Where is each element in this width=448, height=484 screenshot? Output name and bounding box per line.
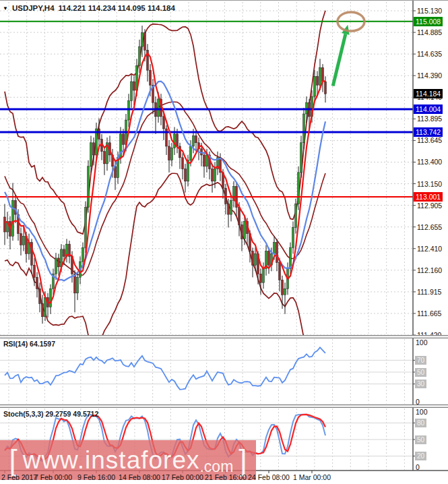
price-axis-label: 113.645 (417, 136, 442, 144)
price-axis-label: 113.400 (417, 158, 442, 166)
ohlc-values-label: 114.221 114.234 114.095 114.184 (59, 4, 175, 12)
watermark-bracket-right: ] (238, 447, 247, 474)
watermark-bracket-left: [ (9, 447, 17, 474)
current-price-badge: 114.184 (414, 89, 443, 98)
stoch-level-badge: 20 (415, 452, 426, 460)
time-axis-label: 24 Feb 08:00 (248, 473, 290, 481)
stoch-level-badge: 80 (415, 419, 426, 427)
price-axis-label: 115.130 (417, 7, 442, 15)
price-axis-label: 114.635 (417, 50, 442, 58)
price-axis-label: 112.160 (417, 266, 442, 274)
stoch-level-badge: 50 (415, 435, 426, 444)
chevron-down-icon[interactable]: ▼ (3, 5, 8, 11)
time-axis-label: 9 Feb 16:00 (77, 473, 115, 481)
rsi-indicator-label: RSI(14) 64.1597 (3, 340, 55, 348)
symbol-timeframe-label: USDJPY,H4 (12, 4, 55, 12)
rsi-level-badge: 70 (415, 356, 426, 365)
stoch-axis-min-label: 0 (416, 463, 420, 471)
watermark-text: www.instaforex (23, 446, 200, 475)
time-axis-label: 7 Feb 00:00 (34, 473, 72, 481)
time-axis-label: 21 Feb 16:00 (205, 473, 247, 481)
price-axis-label: 113.895 (417, 115, 442, 123)
rsi-level-badge: 30 (415, 380, 426, 388)
time-axis-label: 1 Mar 00:00 (293, 473, 331, 481)
time-axis-label: 14 Feb 08:00 (119, 473, 160, 481)
price-axis-label: 112.655 (417, 223, 442, 231)
stoch-axis-max-label: 100 (416, 408, 428, 416)
level-badge: 113.001 (414, 192, 443, 202)
price-axis-label: 111.915 (417, 288, 441, 296)
chart-title-row: ▼ USDJPY,H4 114.221 114.234 114.095 114.… (3, 4, 175, 12)
time-axis-label: 2 Feb 2017 (1, 473, 37, 481)
time-axis-label: 17 Feb 00:00 (162, 473, 203, 481)
price-axis-label: 112.905 (417, 202, 442, 210)
price-axis-label: 114.885 (417, 28, 442, 36)
trading-chart-window: ▼ USDJPY,H4 114.221 114.234 114.095 114.… (0, 0, 448, 484)
price-axis-label: 114.390 (417, 71, 442, 80)
level-badge: 115.008 (414, 17, 443, 26)
price-axis-label: 113.150 (417, 180, 442, 188)
level-badge: 114.004 (414, 104, 443, 114)
price-axis-label: 111.665 (417, 309, 441, 317)
panel-splitter-stochastic[interactable] (0, 404, 448, 408)
price-axis-label: 112.410 (417, 245, 442, 253)
stochastic-indicator-label: Stoch(5,3,3) 29.2759 49.5712 (3, 410, 98, 418)
panel-splitter-rsi[interactable] (0, 335, 448, 338)
rsi-axis-max-label: 100 (416, 338, 428, 346)
rsi-level-badge: 50 (415, 368, 426, 377)
level-badge: 113.742 (414, 127, 443, 137)
